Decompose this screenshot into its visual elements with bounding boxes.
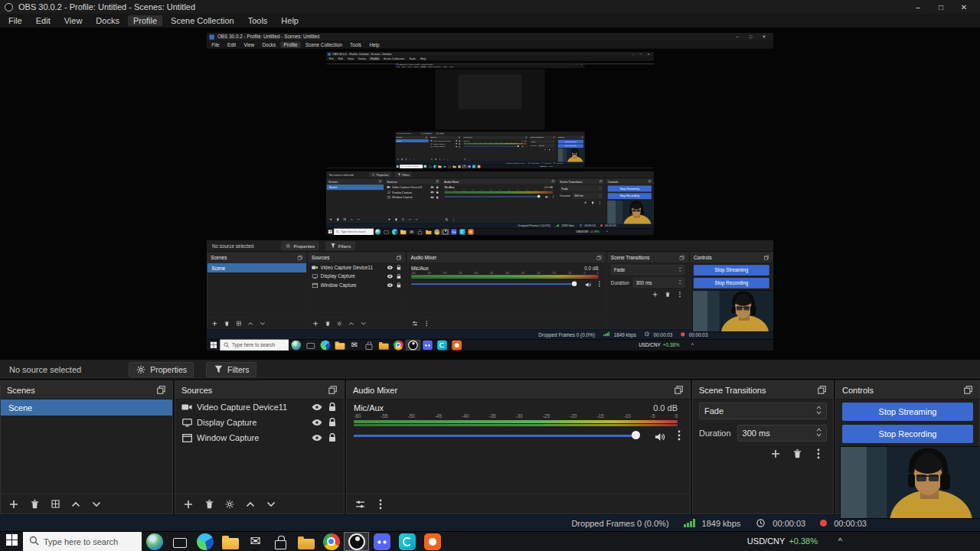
meter-tick: -40 — [462, 413, 469, 419]
source-row[interactable]: Display Capture — [175, 415, 344, 430]
visibility-eye-icon[interactable] — [312, 402, 322, 412]
taskbar-red-app-icon — [449, 340, 464, 350]
taskbar-teal-app-icon[interactable] — [394, 532, 420, 551]
add-scene-button[interactable] — [8, 499, 19, 510]
red-app-icon — [477, 165, 480, 168]
menu-tools[interactable]: Tools — [243, 15, 273, 26]
taskbar-task-view-icon[interactable] — [167, 532, 192, 551]
source-name: Window Capture — [197, 433, 307, 442]
dock-popout-icon[interactable] — [962, 385, 973, 396]
scenes-toolbar — [1, 494, 172, 514]
taskbar-obs-icon[interactable] — [344, 532, 369, 551]
meter-tick: -25 — [543, 413, 550, 419]
properties-button[interactable]: Properties — [129, 362, 194, 377]
window-buttons: – □ ✕ — [906, 3, 975, 11]
menu-docks[interactable]: Docks — [90, 15, 125, 26]
filters-button[interactable]: Filters — [206, 362, 256, 377]
menu-help[interactable]: Help — [276, 15, 304, 26]
remove-transition-button[interactable] — [792, 448, 802, 459]
status-bar-right: Dropped Frames 0 (0.0%) 1849 kbps 00:00:… — [571, 515, 867, 531]
menu-profile[interactable]: Profile — [128, 15, 162, 26]
mixer-menu-button[interactable] — [375, 499, 386, 510]
controls-title: Controls — [842, 386, 874, 395]
mixer-toolbar — [347, 494, 690, 514]
lock-icon[interactable] — [327, 402, 338, 412]
duration-input[interactable]: 300 ms — [737, 425, 827, 442]
volume-slider-track[interactable] — [354, 435, 635, 437]
taskbar-search[interactable]: Type here to search — [23, 532, 142, 551]
stop-recording-button[interactable]: Stop Recording — [842, 425, 973, 443]
add-source-button[interactable] — [183, 499, 194, 510]
taskbar-file-explorer-icon[interactable] — [217, 532, 243, 551]
lock-icon[interactable] — [327, 417, 338, 428]
nested-obs-screenshot: OBS 30.0.2 - Profile: Untitled - Scenes:… — [326, 52, 654, 235]
audio-mixer-title: Audio Mixer — [353, 386, 397, 395]
taskbar-red-app-icon[interactable] — [420, 532, 445, 551]
taskbar-mail-icon: ✉ — [347, 340, 361, 350]
task-view-icon — [173, 538, 187, 548]
channel-menu-icon[interactable] — [678, 430, 681, 444]
speaker-icon[interactable] — [655, 431, 665, 445]
dock-popout-icon[interactable] — [327, 385, 338, 396]
add-transition-button[interactable] — [770, 448, 781, 459]
dock-popout-icon[interactable] — [155, 385, 166, 396]
move-scene-down-button[interactable] — [91, 499, 102, 510]
menu-view[interactable]: View — [59, 15, 88, 26]
volume-meter-2 — [354, 424, 678, 426]
move-scene-up-button[interactable] — [70, 499, 81, 510]
source-properties-button[interactable] — [224, 499, 235, 510]
meter-tick: -5 — [651, 413, 655, 419]
tray-expand-chevron[interactable]: ^ — [838, 531, 842, 551]
taskbar-edge-icon[interactable] — [192, 532, 217, 551]
remove-source-button[interactable] — [204, 499, 214, 510]
mail-icon: ✉ — [349, 340, 359, 350]
source-row[interactable]: Window Capture — [175, 430, 344, 445]
taskbar-store-icon[interactable] — [268, 532, 293, 551]
scene-transitions-title: Scene Transitions — [699, 386, 766, 395]
remove-scene-button[interactable] — [29, 499, 40, 510]
channel-level: 0.0 dB — [653, 403, 678, 412]
volume-slider-handle[interactable] — [632, 431, 640, 439]
meter-tick: 0 — [675, 413, 678, 419]
menu-file[interactable]: File — [3, 15, 28, 26]
move-source-down-button[interactable] — [266, 499, 276, 510]
close-button[interactable]: ✕ — [952, 3, 975, 11]
discord-icon — [374, 533, 390, 550]
minimize-button[interactable]: – — [906, 3, 929, 11]
folder-icon — [452, 166, 456, 168]
task-view-icon — [306, 343, 314, 348]
transition-menu-button[interactable] — [813, 448, 824, 459]
taskbar-discord-icon[interactable] — [369, 532, 394, 551]
lock-icon[interactable] — [327, 432, 338, 443]
menu-edit[interactable]: Edit — [31, 15, 56, 26]
folder-icon — [298, 539, 315, 549]
advanced-audio-button[interactable] — [354, 499, 365, 510]
display-icon — [181, 417, 192, 428]
transition-select[interactable]: Fade — [699, 403, 827, 419]
maximize-button[interactable]: □ — [929, 3, 952, 11]
dock-popout-icon[interactable] — [673, 385, 684, 396]
taskbar-chrome-icon[interactable] — [318, 532, 344, 551]
volume-slider-row — [354, 430, 684, 441]
no-source-label: No source selected — [9, 365, 81, 374]
visibility-eye-icon[interactable] — [312, 432, 322, 443]
properties-label: Properties — [150, 365, 187, 374]
taskbar-obs-icon — [406, 340, 420, 350]
scene-item[interactable]: Scene — [1, 399, 172, 416]
taskbar-weather-icon[interactable] — [142, 532, 167, 551]
taskbar-mail-icon[interactable]: ✉ — [243, 532, 268, 551]
stop-streaming-button[interactable]: Stop Streaming — [842, 403, 973, 421]
taskbar-folder-icon[interactable] — [293, 532, 318, 551]
scene-filters-button[interactable] — [50, 499, 60, 510]
menu-scene-collection[interactable]: Scene Collection — [165, 15, 240, 26]
start-button[interactable] — [0, 532, 23, 551]
move-source-up-button[interactable] — [245, 499, 256, 510]
taskbar-mail-icon: ✉ — [407, 229, 416, 235]
preview-area[interactable]: OBS 30.0.2 - Profile: Untitled - Scenes:… — [0, 28, 980, 360]
currency-ticker[interactable]: USD/CNY +0.38% — [747, 531, 818, 551]
visibility-eye-icon[interactable] — [312, 417, 322, 428]
nested-obs-window: OBS 30.0.2 - Profile: Untitled - Scenes:… — [207, 33, 773, 350]
source-row[interactable]: Video Capture Device11 — [175, 399, 344, 415]
record-time: 00:00:03 — [834, 519, 867, 528]
dock-popout-icon[interactable] — [816, 385, 827, 396]
